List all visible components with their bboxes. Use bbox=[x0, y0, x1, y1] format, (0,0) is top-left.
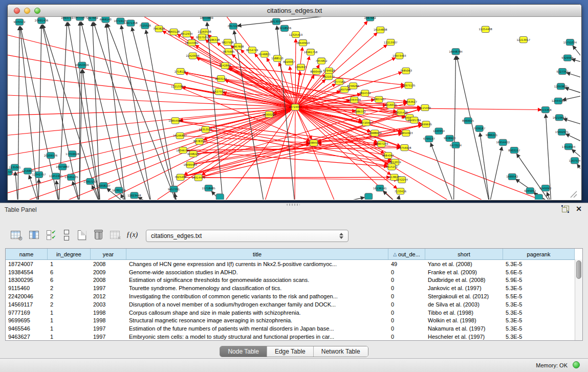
cell-short[interactable]: Stergiakouli et al. (2012) bbox=[425, 292, 503, 300]
graph-node[interactable]: 20691406 bbox=[35, 17, 48, 24]
cell-title[interactable]: Investigating the contribution of common… bbox=[126, 292, 388, 300]
graph-node[interactable]: 3824554 bbox=[359, 90, 372, 96]
cell-short[interactable]: Nakamura et al. (1997) bbox=[425, 324, 503, 333]
tab-edge-table[interactable]: Edge Table bbox=[267, 346, 314, 357]
graph-node[interactable]: 11254408 bbox=[478, 26, 492, 32]
graph-node[interactable] bbox=[216, 194, 224, 200]
tab-node-table[interactable]: Node Table bbox=[220, 346, 267, 357]
graph-node[interactable]: 15751074 bbox=[563, 39, 577, 46]
cell-year[interactable]: 2009 bbox=[91, 268, 126, 276]
cell-name[interactable]: 9465546 bbox=[6, 324, 48, 333]
graph-node[interactable]: 9938923 bbox=[444, 135, 455, 141]
graph-node[interactable]: 10756928 bbox=[398, 144, 411, 150]
graph-node[interactable]: 8215358 bbox=[539, 106, 551, 113]
table-scrollbar[interactable] bbox=[575, 259, 582, 340]
graph-node[interactable]: 19218506 bbox=[278, 25, 291, 31]
cell-out_degree[interactable]: 49 bbox=[388, 260, 425, 268]
column-header-out_degree[interactable]: △out_de... bbox=[388, 249, 425, 259]
delete-table-button[interactable]: ✖ bbox=[107, 228, 122, 242]
cell-short[interactable]: Wolkin et al. (1998) bbox=[425, 317, 503, 325]
graph-node[interactable]: 2967608 bbox=[232, 43, 244, 50]
create-column-button[interactable] bbox=[75, 228, 89, 242]
table-row[interactable]: 2242004622012Investigating the contribut… bbox=[6, 292, 575, 300]
graph-node[interactable]: 11451941 bbox=[49, 173, 62, 179]
cell-in_degree[interactable]: 1 bbox=[48, 317, 91, 325]
network-window-titlebar[interactable]: citations_edges.txt bbox=[8, 5, 581, 17]
graph-node[interactable]: 7133426 bbox=[395, 188, 406, 194]
cell-pagerank[interactable]: 5.3E-5 bbox=[503, 309, 575, 317]
cell-short[interactable]: Yano et al. (2008) bbox=[425, 260, 503, 268]
cell-out_degree[interactable]: 0 bbox=[388, 300, 425, 309]
graph-node[interactable]: 17359928 bbox=[66, 151, 79, 157]
graph-node[interactable]: 1588520 bbox=[271, 55, 283, 61]
cell-year[interactable]: 1997 bbox=[91, 333, 126, 341]
column-header-name[interactable]: name bbox=[6, 249, 48, 259]
graph-node[interactable]: 8960128 bbox=[168, 29, 180, 35]
graph-node[interactable]: 8454749 bbox=[246, 47, 258, 53]
cell-title[interactable]: Embryonic stem cells: a model to study s… bbox=[126, 333, 388, 341]
graph-node[interactable]: 9699695 bbox=[420, 121, 432, 127]
float-panel-icon[interactable] bbox=[562, 206, 569, 212]
cell-title[interactable]: Structural magnetic resonance image aver… bbox=[126, 317, 388, 325]
cell-out_degree[interactable]: 0 bbox=[388, 276, 425, 285]
graph-node[interactable]: 6799197 bbox=[423, 136, 435, 142]
cell-in_degree[interactable]: 2 bbox=[48, 284, 91, 292]
graph-node[interactable]: 1167534 bbox=[569, 158, 580, 164]
cell-in_degree[interactable]: 1 bbox=[48, 324, 91, 333]
cell-pagerank[interactable]: 5.6E-5 bbox=[503, 268, 575, 276]
graph-node[interactable]: 9463627 bbox=[405, 99, 417, 105]
graph-node[interactable]: 7485063 bbox=[400, 68, 412, 74]
table-mode-button[interactable]: ⚙ bbox=[8, 228, 23, 242]
graph-node[interactable]: 9227343 bbox=[556, 68, 568, 74]
cell-out_degree[interactable]: 0 bbox=[388, 284, 425, 292]
cell-name[interactable]: 22420046 bbox=[6, 292, 48, 300]
cell-out_degree[interactable]: 0 bbox=[388, 333, 425, 341]
cell-year[interactable]: 2008 bbox=[91, 276, 126, 285]
cell-title[interactable]: Corpus callosum shape and size in male p… bbox=[126, 309, 388, 317]
graph-node[interactable]: 18640910 bbox=[296, 40, 310, 46]
cell-out_degree[interactable]: 0 bbox=[388, 317, 425, 325]
network-window[interactable]: citations_edges.txt 18724007183002957963… bbox=[7, 4, 582, 201]
cell-name[interactable]: 9699695 bbox=[6, 317, 48, 325]
graph-node[interactable]: 16210643 bbox=[553, 115, 566, 121]
table-row[interactable]: 946554611997Estimation of the future num… bbox=[6, 324, 575, 333]
graph-node[interactable]: 16136141 bbox=[373, 185, 386, 191]
table-row[interactable]: 969969511998Structural magnetic resonanc… bbox=[6, 317, 575, 325]
cell-title[interactable]: Disruption of a novel member of a sodium… bbox=[126, 300, 388, 309]
cell-year[interactable]: 1998 bbox=[91, 309, 126, 317]
graph-node[interactable]: 10653267 bbox=[73, 17, 86, 20]
cell-out_degree[interactable]: 0 bbox=[388, 292, 425, 300]
cell-name[interactable]: 18724007 bbox=[6, 260, 48, 268]
graph-node[interactable]: 8912934 bbox=[181, 31, 193, 37]
table-row[interactable]: 946362711997Embryonic stem cells: a mode… bbox=[6, 333, 575, 341]
cell-in_degree[interactable]: 1 bbox=[48, 260, 91, 268]
table-row[interactable]: 977716911998Corpus callosum shape and si… bbox=[6, 309, 575, 317]
graph-node[interactable]: 8813054 bbox=[270, 18, 282, 25]
cell-pagerank[interactable]: 5.3E-5 bbox=[503, 317, 575, 325]
graph-node[interactable]: 20206576 bbox=[44, 152, 57, 159]
cell-short[interactable]: Hescheler et al. (1997) bbox=[425, 333, 503, 341]
close-panel-icon[interactable]: ✕ bbox=[576, 206, 582, 212]
graph-node[interactable]: 9146821 bbox=[258, 51, 270, 57]
graph-node[interactable]: 8220057 bbox=[283, 59, 295, 65]
graph-node[interactable]: 17016504 bbox=[562, 143, 576, 149]
graph-node[interactable]: 8186328 bbox=[208, 37, 220, 43]
graph-node[interactable]: 7857224 bbox=[227, 23, 239, 29]
show-columns-button[interactable] bbox=[27, 228, 41, 242]
graph-node[interactable]: 9886221 bbox=[486, 132, 497, 138]
graph-node[interactable]: 16954422 bbox=[496, 139, 509, 145]
cell-in_degree[interactable]: 1 bbox=[48, 333, 91, 341]
table-selector-dropdown[interactable]: citations_edges.txt bbox=[146, 230, 349, 242]
graph-node[interactable]: 7955812 bbox=[316, 58, 328, 64]
cell-pagerank[interactable]: 5.3E-5 bbox=[503, 300, 575, 309]
cell-name[interactable]: 9463627 bbox=[6, 333, 48, 341]
graph-node[interactable]: 12325419 bbox=[289, 31, 302, 37]
cell-title[interactable]: Changes of HCN gene expression and I(f) … bbox=[126, 260, 388, 268]
resize-grip-icon[interactable] bbox=[571, 191, 577, 198]
cell-short[interactable]: Tibbo et al. (1998) bbox=[425, 309, 503, 317]
graph-node[interactable]: 8903157 bbox=[508, 147, 520, 154]
graph-node[interactable]: 7515526 bbox=[139, 23, 151, 29]
graph-node[interactable] bbox=[535, 194, 542, 200]
table-row[interactable]: 1938455462009Genome-wide association stu… bbox=[6, 268, 575, 276]
row-options-button[interactable] bbox=[59, 228, 74, 242]
